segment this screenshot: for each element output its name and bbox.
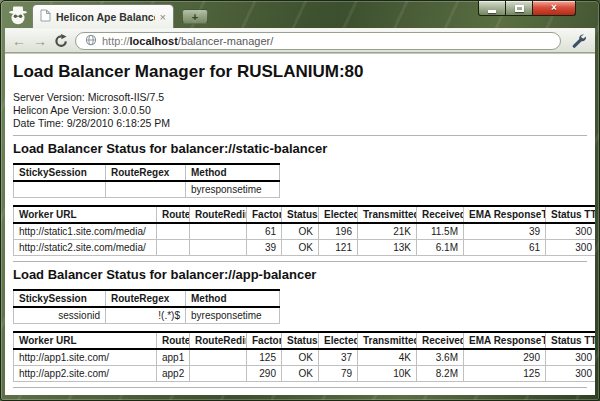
table-cell <box>157 240 190 256</box>
worker-url-cell: http://app1.site.com/ <box>14 349 157 366</box>
balancer-section-app: Load Balancer Status for balancer://app-… <box>13 267 587 382</box>
table-cell: 11.5M <box>417 223 464 240</box>
table-cell: 61 <box>247 223 282 240</box>
table-cell: 13K <box>358 240 417 256</box>
browser-tab[interactable]: Helicon Ape Balancer ... × <box>32 4 174 28</box>
new-tab-button[interactable]: + <box>182 9 208 24</box>
table-cell: 300 <box>546 349 596 366</box>
window-close-button[interactable]: × <box>533 1 576 16</box>
table-cell <box>14 181 106 198</box>
table-cell: 121 <box>319 240 358 256</box>
wrench-icon <box>571 33 586 48</box>
table-cell: app2 <box>157 366 190 382</box>
column-header: Transmitted <box>358 206 417 223</box>
table-cell: 196 <box>319 223 358 240</box>
section-heading: Load Balancer Status for balancer://stat… <box>13 141 587 156</box>
table-cell <box>190 240 247 256</box>
column-header: Route <box>157 206 190 223</box>
table-cell <box>190 349 247 366</box>
table-cell: 125 <box>464 366 546 382</box>
helicon-ape-link[interactable]: Helicon Ape <box>71 393 127 395</box>
reload-button[interactable] <box>54 34 68 48</box>
reload-icon <box>54 34 68 48</box>
column-header: Status TTL <box>546 332 596 349</box>
tab-close-icon[interactable]: × <box>160 12 166 22</box>
window-controls: × <box>478 1 576 16</box>
table-cell: 10K <box>358 366 417 382</box>
table-cell: 300 <box>546 366 596 382</box>
table-cell: OK <box>282 366 319 382</box>
table-cell: 6.1M <box>417 240 464 256</box>
column-header: Route <box>157 332 190 349</box>
divider <box>13 387 587 388</box>
table-row: http://app2.site.com/ app2 290 OK 79 10K… <box>14 366 596 382</box>
column-header: Worker URL <box>14 206 157 223</box>
table-row: http://app1.site.com/ app1 125 OK 37 4K … <box>14 349 596 366</box>
table-cell: 290 <box>247 366 282 382</box>
column-header: Elected <box>319 206 358 223</box>
table-cell: 300 <box>546 223 596 240</box>
tab-title: Helicon Ape Balancer ... <box>56 11 155 23</box>
column-header: Transmitted <box>358 332 417 349</box>
ape-version: Helicon Ape Version: 3.0.0.50 <box>13 104 587 117</box>
close-icon: × <box>551 3 557 13</box>
maximize-icon <box>515 5 524 12</box>
page-document-icon <box>40 8 51 26</box>
column-header: Status <box>282 332 319 349</box>
table-cell: byresponsetime <box>186 307 280 324</box>
table-cell: 61 <box>464 240 546 256</box>
column-header: Method <box>186 164 280 181</box>
titlebar: Helicon Ape Balancer ... × + × <box>0 0 600 28</box>
window-maximize-button[interactable] <box>506 1 533 16</box>
column-header: StickySession <box>14 290 106 307</box>
table-cell: sessionid <box>14 307 106 324</box>
table-cell: 39 <box>247 240 282 256</box>
column-header: RouteRegex <box>106 164 186 181</box>
balancer-params-table: StickySession RouteRegex Method byrespon… <box>13 163 280 198</box>
server-info: Server Version: Microsoft-IIS/7.5 Helico… <box>13 91 587 130</box>
table-cell: 39 <box>464 223 546 240</box>
table-header-row: StickySession RouteRegex Method <box>14 290 280 307</box>
forward-button[interactable]: → <box>33 34 47 48</box>
table-cell <box>157 223 190 240</box>
worker-url-cell: http://app2.site.com/ <box>14 366 157 382</box>
table-cell: 125 <box>247 349 282 366</box>
column-header: Factor <box>247 332 282 349</box>
column-header: Method <box>186 290 280 307</box>
column-header: Factor <box>247 206 282 223</box>
url-host: localhost <box>130 35 178 47</box>
table-cell: 79 <box>319 366 358 382</box>
table-cell: 37 <box>319 349 358 366</box>
url-text: http://localhost/balancer-manager/ <box>102 35 273 47</box>
table-cell <box>190 223 247 240</box>
table-cell: OK <box>282 240 319 256</box>
column-header: StickySession <box>14 164 106 181</box>
page-content: Load Balancer Manager for RUSLANIUM:80 S… <box>5 53 595 395</box>
column-header: Worker URL <box>14 332 157 349</box>
window-minimize-button[interactable] <box>478 1 506 16</box>
balancer-params-table: StickySession RouteRegex Method sessioni… <box>13 289 280 324</box>
table-cell <box>106 181 186 198</box>
table-header-row: Worker URL Route RouteRedir Factor Statu… <box>14 332 596 349</box>
table-cell: OK <box>282 349 319 366</box>
date-time: Date Time: 9/28/2010 6:18:25 PM <box>13 117 587 130</box>
wrench-menu-button[interactable] <box>568 33 588 48</box>
table-row: sessionid !(.*)$ byresponsetime <box>14 307 280 324</box>
browser-toolbar: ← → http://localhost/balancer-manager/ <box>5 28 595 53</box>
table-header-row: StickySession RouteRegex Method <box>14 164 280 181</box>
divider <box>13 261 587 262</box>
table-cell: app1 <box>157 349 190 366</box>
table-header-row: Worker URL Route RouteRedir Factor Statu… <box>14 206 596 223</box>
address-bar[interactable]: http://localhost/balancer-manager/ <box>75 32 561 50</box>
powered-by-label: Powered by <box>13 393 68 395</box>
page-title: Load Balancer Manager for RUSLANIUM:80 <box>13 62 587 82</box>
table-cell: 4K <box>358 349 417 366</box>
worker-url-cell: http://static1.site.com/media/ <box>14 223 157 240</box>
back-button[interactable]: ← <box>12 34 26 48</box>
column-header: Elected <box>319 332 358 349</box>
column-header: RouteRedir <box>190 332 247 349</box>
table-cell: byresponsetime <box>186 181 280 198</box>
url-path: /balancer-manager/ <box>178 35 273 47</box>
globe-icon <box>85 32 97 50</box>
server-version: Server Version: Microsoft-IIS/7.5 <box>13 91 587 104</box>
